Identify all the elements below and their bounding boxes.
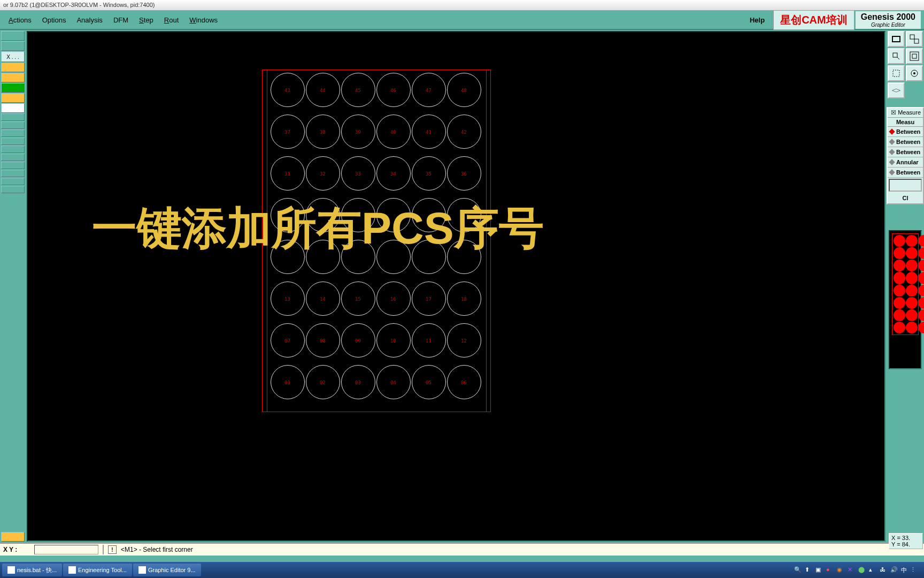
left-btn-2[interactable] — [1, 41, 25, 51]
window-titlebar: or 9.07b2 (1@DESKTOP-3R0OLVM - Windows, … — [0, 0, 924, 11]
left-btn-t2[interactable] — [1, 121, 25, 129]
left-btn-t8[interactable] — [1, 170, 25, 177]
measure-annular[interactable]: Annular — [888, 157, 923, 168]
left-btn-y3[interactable] — [1, 93, 25, 103]
pcs-number: 05 — [426, 380, 432, 385]
tray-icon-8[interactable]: ▴ — [869, 566, 876, 574]
pcs-number: 07 — [284, 338, 290, 344]
tray-icon-2[interactable]: ⬆ — [805, 566, 812, 574]
left-btn-1[interactable] — [1, 31, 25, 41]
pcs-number: 14 — [320, 296, 326, 302]
left-btn-t6[interactable] — [1, 154, 25, 161]
pcs-number: 44 — [320, 88, 326, 93]
left-btn-t10[interactable] — [1, 186, 25, 193]
minimap-dot — [918, 309, 924, 321]
minimap-dot — [894, 297, 905, 309]
tray-more-icon[interactable]: ⋮ — [910, 566, 918, 574]
logo-genesis: Genesis 2000 Graphic Editor — [856, 11, 921, 29]
minimap[interactable] — [889, 230, 922, 369]
menu-dfm[interactable]: DFM — [108, 14, 134, 26]
measure-between-2[interactable]: Between — [888, 137, 923, 147]
pcs-number: 15 — [355, 296, 361, 302]
status-xy-label: X Y : — [3, 546, 30, 553]
pcs-number: 35 — [426, 171, 432, 177]
pcs-number: 09 — [355, 338, 361, 344]
tray-icon-6[interactable]: ✕ — [848, 566, 855, 574]
menu-step[interactable]: Step — [134, 14, 159, 26]
left-btn-t1[interactable] — [1, 113, 25, 121]
pcs-number: 01 — [284, 380, 290, 385]
left-btn-y1[interactable] — [1, 63, 25, 72]
pcs-number: 11 — [426, 338, 432, 344]
pcs-number: 47 — [426, 88, 432, 93]
menu-rout[interactable]: Rout — [159, 14, 184, 26]
tool-center-icon[interactable] — [906, 65, 923, 81]
menu-windows[interactable]: Windows — [184, 14, 223, 26]
taskbar-item-2[interactable]: Engineering Tool... — [63, 564, 132, 576]
left-btn-t3[interactable] — [1, 130, 25, 137]
overlay-caption: 一键添加所有PCS序号 — [92, 198, 544, 259]
tool-select-icon[interactable] — [888, 65, 905, 81]
logo-training: 星创CAM培训 — [773, 10, 854, 30]
pcs-number: 31 — [284, 171, 290, 177]
tray-icon-1[interactable]: 🔍 — [794, 566, 802, 574]
menu-help[interactable]: Help — [744, 14, 770, 26]
tray-icon-7[interactable]: ⬤ — [858, 566, 866, 574]
pcs-number: 16 — [390, 296, 396, 302]
pcs-number: 45 — [355, 88, 361, 93]
minimap-dot — [918, 235, 924, 247]
tray-network-icon[interactable]: 🖧 — [880, 566, 887, 574]
canvas[interactable]: 4344454647483738394041423132333435361314… — [27, 31, 886, 542]
left-btn-t7[interactable] — [1, 162, 25, 169]
minimap-dot — [894, 285, 905, 296]
minimap-dot — [906, 322, 918, 333]
status-alert-icon[interactable]: ! — [108, 545, 117, 554]
tray-volume-icon[interactable]: 🔊 — [890, 566, 898, 574]
pcs-number: 42 — [461, 130, 467, 135]
tool-fit-icon[interactable] — [906, 48, 923, 64]
tray-icon-3[interactable]: ▣ — [815, 566, 823, 574]
tray-lang[interactable]: 中 — [901, 566, 907, 574]
menubar: Actions Options Analysis DFM Step Rout W… — [0, 11, 924, 30]
pcs-number: 03 — [355, 380, 361, 385]
tool-move-icon[interactable] — [888, 48, 905, 64]
svg-rect-3 — [893, 53, 897, 57]
left-btn-t4[interactable] — [1, 138, 25, 145]
measure-between-1[interactable]: Between — [888, 127, 923, 137]
measure-close-button[interactable]: Cl — [888, 193, 923, 203]
svg-rect-5 — [912, 54, 917, 58]
measure-between-5[interactable]: Between — [888, 168, 923, 178]
left-btn-xdots[interactable]: X . . . — [1, 51, 25, 62]
system-tray[interactable]: 🔍 ⬆ ▣ ● ◉ ✕ ⬤ ▴ 🖧 🔊 中 ⋮ — [794, 566, 922, 574]
pcs-number: 36 — [461, 171, 467, 177]
pcs-number: 48 — [461, 88, 467, 93]
svg-rect-0 — [892, 36, 900, 42]
tool-layers-icon[interactable] — [888, 82, 905, 98]
tray-icon-5[interactable]: ◉ — [837, 566, 844, 574]
left-btn-t5[interactable] — [1, 146, 25, 153]
left-btn-g1[interactable] — [1, 83, 25, 93]
pcs-number: 17 — [426, 296, 432, 302]
menu-analysis[interactable]: Analysis — [71, 14, 107, 26]
taskbar-item-1[interactable]: nesis.bat - 快... — [2, 564, 62, 576]
measure-between-3[interactable]: Between — [888, 147, 923, 157]
pcs-number: 32 — [320, 171, 326, 177]
tool-group-icon[interactable] — [906, 31, 923, 47]
status-xy-input[interactable] — [34, 545, 98, 554]
minimap-dot — [906, 235, 918, 247]
left-btn-y2[interactable] — [1, 73, 25, 82]
pcs-number: 37 — [284, 130, 290, 135]
tool-rect-icon[interactable] — [888, 31, 905, 47]
minimap-dot — [906, 285, 918, 296]
pcs-number: 43 — [284, 88, 290, 93]
left-btn-bottom[interactable] — [1, 532, 25, 542]
menu-options[interactable]: Options — [37, 14, 72, 26]
taskbar-item-3[interactable]: Graphic Editor 9... — [133, 564, 201, 576]
menu-actions[interactable]: Actions — [3, 14, 37, 26]
left-toolbar: X . . . — [0, 30, 26, 543]
left-btn-w1[interactable] — [1, 103, 25, 113]
minimap-dot — [894, 322, 905, 333]
tray-icon-4[interactable]: ● — [826, 566, 834, 574]
left-btn-t9[interactable] — [1, 178, 25, 185]
minimap-dot — [894, 247, 905, 259]
